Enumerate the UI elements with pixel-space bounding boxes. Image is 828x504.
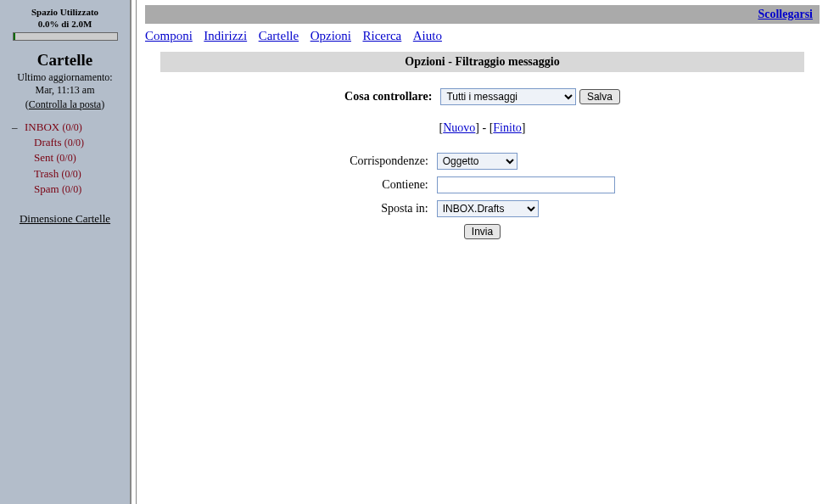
folder-trash[interactable]: Trash	[34, 167, 59, 180]
folder-spam-row: Spam (0/0)	[12, 182, 126, 197]
folder-inbox-row: – INBOX (0/0)	[12, 120, 126, 135]
topbar: Scollegarsi	[145, 5, 820, 24]
folder-spam-count: (0/0)	[62, 183, 81, 195]
logout-link[interactable]: Scollegarsi	[758, 8, 813, 20]
folder-inbox[interactable]: INBOX	[25, 120, 59, 133]
mid-links: [Nuovo] - [Finito]	[145, 121, 820, 135]
sidebar: Spazio Utilizzato 0.0% di 2.0M Cartelle …	[0, 0, 131, 504]
menu-compose[interactable]: Componi	[145, 29, 193, 42]
folder-sent[interactable]: Sent	[34, 151, 53, 164]
menu-addresses[interactable]: Indirizzi	[204, 29, 247, 42]
space-used-heading: Spazio Utilizzato	[3, 7, 126, 17]
last-update-line1: Ultimo aggiornamento:	[3, 71, 126, 84]
folder-drafts-row: Drafts (0/0)	[12, 135, 126, 150]
last-update-line2: Mar, 11:13 am	[3, 84, 126, 97]
match-label: Corrispondenze:	[346, 150, 432, 172]
folder-sent-count: (0/0)	[56, 152, 76, 164]
folder-inbox-count: (0/0)	[62, 121, 81, 133]
section-header: Opzioni - Filtraggio messaggio	[160, 52, 804, 72]
folder-spam[interactable]: Spam	[34, 182, 59, 195]
menu-search[interactable]: Ricerca	[362, 29, 401, 42]
folder-sizes-link[interactable]: Dimensione Cartelle	[3, 212, 126, 226]
what-to-check-label: Cosa controllare:	[341, 86, 435, 108]
main-area: Scollegarsi Componi Indirizzi Cartelle O…	[137, 0, 828, 504]
submit-button[interactable]: Invia	[464, 224, 501, 239]
folder-trash-count: (0/0)	[61, 168, 81, 180]
menu-options[interactable]: Opzioni	[310, 29, 351, 42]
filter-form: Cosa controllare: Tutti i messaggi Salva	[339, 84, 625, 109]
folders-title: Cartelle	[3, 51, 126, 70]
folder-drafts-count: (0/0)	[64, 137, 84, 148]
folder-sent-row: Sent (0/0)	[12, 150, 126, 165]
what-to-check-select[interactable]: Tutti i messaggi	[440, 88, 576, 105]
folder-list: – INBOX (0/0) Drafts (0/0) Sent (0/0) Tr…	[3, 120, 126, 197]
done-link[interactable]: Finito	[493, 121, 521, 134]
match-select[interactable]: Oggetto	[437, 153, 518, 170]
filter-detail-form: Corrispondenze: Oggetto Contiene: Sposta…	[344, 148, 620, 244]
check-mail-link[interactable]: Controlla la posta	[29, 98, 101, 111]
moveto-label: Sposta in:	[346, 198, 432, 220]
folder-trash-row: Trash (0/0)	[12, 166, 126, 182]
contains-input[interactable]	[437, 176, 615, 193]
moveto-select[interactable]: INBOX.Drafts	[437, 200, 539, 217]
contains-label: Contiene:	[346, 174, 432, 196]
main-menu: Componi Indirizzi Cartelle Opzioni Ricer…	[145, 24, 820, 52]
menu-help[interactable]: Aiuto	[413, 29, 442, 42]
folder-drafts[interactable]: Drafts	[34, 136, 62, 148]
usage-bar	[13, 32, 118, 41]
menu-folders[interactable]: Cartelle	[259, 29, 299, 42]
save-button[interactable]: Salva	[579, 89, 620, 104]
new-link[interactable]: Nuovo	[443, 121, 475, 134]
space-used-value: 0.0% di 2.0M	[3, 19, 126, 29]
